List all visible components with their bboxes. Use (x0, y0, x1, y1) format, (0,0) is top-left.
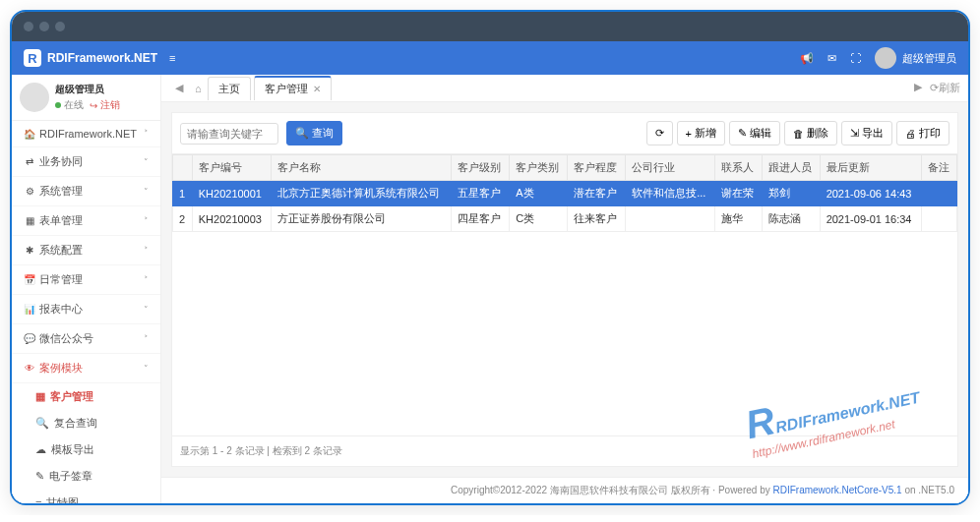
sidebar-item-6[interactable]: 📊报表中心˅ (12, 295, 160, 324)
sidebar-sub-0[interactable]: ▦ 客户管理 (12, 383, 160, 410)
nav-icon: 🏠 (24, 129, 35, 140)
print-button[interactable]: 🖨 打印 (896, 121, 949, 145)
nav-icon: ⇄ (24, 156, 35, 167)
col-header[interactable]: 最后更新 (820, 155, 921, 181)
refresh-button[interactable]: ⟳ (646, 121, 673, 145)
sidebar-item-2[interactable]: ⚙系统管理˅ (12, 177, 160, 206)
sidebar-item-1[interactable]: ⇄业务协同˅ (12, 147, 160, 177)
edit-button[interactable]: ✎ 编辑 (729, 121, 780, 145)
tab-customer[interactable]: 客户管理 ✕ (254, 76, 332, 100)
status-dot-icon (55, 102, 61, 108)
sidebar-item-5[interactable]: 📅日常管理˃ (12, 265, 160, 295)
search-input[interactable] (180, 123, 278, 145)
nav-icon: ✱ (24, 245, 35, 256)
browser-titlebar (12, 12, 968, 41)
logo-badge-icon: R (24, 49, 41, 67)
tab-home[interactable]: 主页 (208, 77, 251, 100)
menu-toggle-icon[interactable]: ≡ (169, 52, 175, 64)
close-icon[interactable]: ✕ (313, 84, 321, 94)
search-button[interactable]: 🔍 查询 (286, 121, 342, 145)
chevron-icon: ˃ (144, 216, 149, 226)
sidebar-avatar (20, 83, 49, 112)
sub-icon: ✎ (35, 470, 44, 483)
tabs-next-icon[interactable]: ▶ (914, 81, 922, 95)
sidebar-item-0[interactable]: 🏠RDIFramework.NET˃ (12, 121, 160, 147)
sub-icon: ☁ (35, 443, 46, 456)
topbar-username[interactable]: 超级管理员 (902, 51, 956, 66)
nav-icon: ▦ (24, 215, 35, 226)
fullscreen-icon[interactable]: ⛶ (850, 52, 861, 64)
col-header[interactable]: 客户名称 (271, 155, 452, 181)
col-header[interactable]: 联系人 (715, 155, 763, 181)
export-button[interactable]: ⇲ 导出 (841, 121, 892, 145)
chevron-icon: ˃ (144, 275, 149, 285)
mail-icon[interactable]: ✉ (827, 52, 836, 65)
sidebar-item-4[interactable]: ✱系统配置˃ (12, 236, 160, 265)
sidebar-item-8[interactable]: 👁案例模块˅ (12, 354, 160, 383)
sub-icon: ≡ (35, 497, 41, 504)
refresh-label[interactable]: ⟳刷新 (930, 81, 960, 95)
toolbar: 🔍 查询 ⟳ + 新增 ✎ 编辑 🗑 删除 ⇲ 导出 🖨 打印 (172, 113, 957, 154)
delete-button[interactable]: 🗑 删除 (784, 121, 837, 145)
chevron-icon: ˃ (144, 334, 149, 344)
col-header[interactable] (173, 155, 193, 181)
pagination-info: 显示第 1 - 2 条记录 | 检索到 2 条记录 (172, 435, 957, 466)
sub-icon: ▦ (35, 390, 45, 403)
user-avatar[interactable] (875, 47, 896, 69)
announce-icon[interactable]: 📢 (800, 52, 814, 65)
col-header[interactable]: 公司行业 (626, 155, 715, 181)
logout-icon: ↪ (90, 100, 97, 111)
chevron-icon: ˃ (144, 129, 149, 139)
sidebar-sub-2[interactable]: ☁ 模板导出 (12, 436, 160, 463)
copyright: Copyright©2012-2022 海南国思软件科技有限公司 版权所有 · … (161, 477, 968, 503)
framework-link[interactable]: RDIFramework.NetCore-V5.1 (772, 485, 901, 495)
chevron-icon: ˅ (144, 157, 149, 167)
topbar: R RDIFramework.NET ≡ 📢 ✉ ⛶ 超级管理员 (12, 41, 968, 75)
tabs-prev-icon[interactable]: ◀ (169, 82, 189, 94)
col-header[interactable]: 客户级别 (452, 155, 510, 181)
sidebar: 超级管理员 在线 ↪ 注销 🏠RDIFramework.NET˃⇄业务协同˅⚙系… (12, 75, 161, 503)
app-logo[interactable]: R RDIFramework.NET (24, 49, 157, 67)
sidebar-item-3[interactable]: ▦表单管理˃ (12, 206, 160, 236)
nav-icon: 📊 (24, 304, 35, 315)
nav-icon: 📅 (24, 274, 35, 285)
col-header[interactable]: 客户编号 (192, 155, 271, 181)
chevron-icon: ˅ (144, 305, 149, 315)
nav-icon: ⚙ (24, 186, 35, 197)
chevron-icon: ˅ (144, 364, 149, 374)
sidebar-sub-4[interactable]: ≡ 甘特图 (12, 490, 160, 503)
col-header[interactable]: 客户程度 (568, 155, 626, 181)
chevron-icon: ˃ (144, 246, 149, 256)
table-row[interactable]: 1KH20210001北京方正奥德计算机系统有限公司五星客户A类潜在客户软件和信… (173, 181, 957, 206)
add-button[interactable]: + 新增 (677, 121, 725, 145)
sidebar-sub-3[interactable]: ✎ 电子签章 (12, 463, 160, 490)
home-icon[interactable]: ⌂ (189, 83, 208, 94)
logout-link[interactable]: 注销 (100, 98, 120, 112)
table-row[interactable]: 2KH20210003方正证券股份有限公司四星客户C类往来客户施华陈志涵2021… (173, 206, 957, 232)
col-header[interactable]: 备注 (921, 155, 956, 181)
data-table: 客户编号客户名称客户级别客户类别客户程度公司行业联系人跟进人员最后更新备注 1K… (172, 154, 957, 232)
col-header[interactable]: 客户类别 (510, 155, 568, 181)
app-name: RDIFramework.NET (47, 51, 157, 65)
col-header[interactable]: 跟进人员 (762, 155, 820, 181)
status-text: 在线 (64, 98, 84, 112)
sub-icon: 🔍 (35, 417, 49, 430)
sidebar-item-7[interactable]: 💬微信公众号˃ (12, 324, 160, 354)
sidebar-sub-1[interactable]: 🔍 复合查询 (12, 410, 160, 436)
nav-icon: 💬 (24, 333, 35, 344)
tabs-bar: ◀ ⌂ 主页 客户管理 ✕ ▶ ⟳刷新 (161, 75, 968, 102)
nav-icon: 👁 (24, 363, 35, 374)
sidebar-username: 超级管理员 (55, 83, 120, 96)
chevron-icon: ˅ (144, 187, 149, 197)
user-box: 超级管理员 在线 ↪ 注销 (12, 75, 160, 121)
